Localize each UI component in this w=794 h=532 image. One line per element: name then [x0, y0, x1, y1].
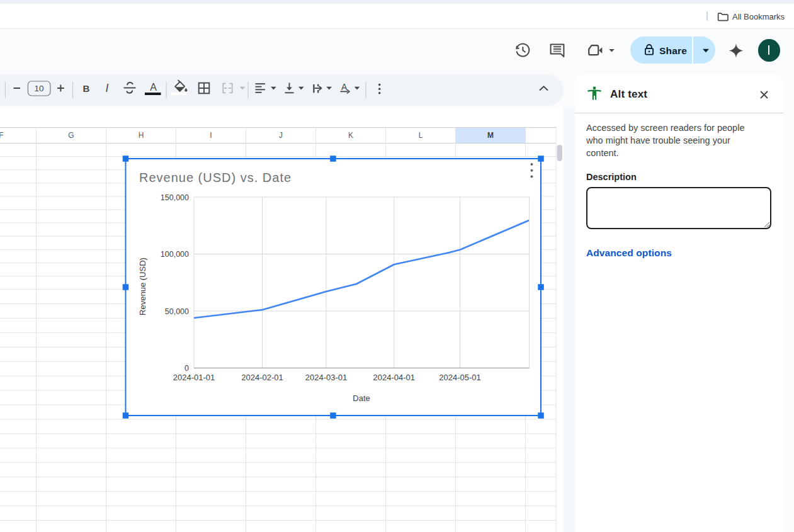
svg-text:10: 10: [35, 84, 44, 93]
svg-text:2024-03-01: 2024-03-01: [305, 373, 348, 382]
svg-text:J: J: [279, 131, 283, 140]
svg-text:2024-05-01: 2024-05-01: [439, 373, 481, 382]
svg-text:Revenue (USD) vs. Date: Revenue (USD) vs. Date: [139, 171, 292, 184]
svg-text:0: 0: [184, 364, 189, 373]
svg-text:I: I: [210, 131, 212, 140]
svg-text:F: F: [0, 131, 4, 140]
svg-text:2024-01-01: 2024-01-01: [173, 373, 215, 382]
svg-text:50,000: 50,000: [165, 307, 189, 316]
svg-text:Revenue (USD): Revenue (USD): [138, 258, 147, 315]
svg-text:M: M: [487, 131, 494, 140]
svg-text:B: B: [83, 83, 90, 94]
svg-text:2024-02-01: 2024-02-01: [241, 373, 283, 382]
svg-text:I: I: [106, 82, 109, 94]
svg-text:K: K: [348, 131, 353, 140]
svg-text:H: H: [139, 131, 144, 140]
svg-text:A: A: [150, 82, 157, 93]
svg-text:Date: Date: [353, 393, 370, 403]
svg-text:100,000: 100,000: [161, 250, 189, 259]
svg-text:G: G: [68, 131, 74, 140]
svg-text:A: A: [341, 82, 348, 92]
svg-text:150,000: 150,000: [161, 193, 189, 202]
svg-text:L: L: [419, 131, 423, 140]
svg-text:2024-04-01: 2024-04-01: [373, 373, 416, 382]
